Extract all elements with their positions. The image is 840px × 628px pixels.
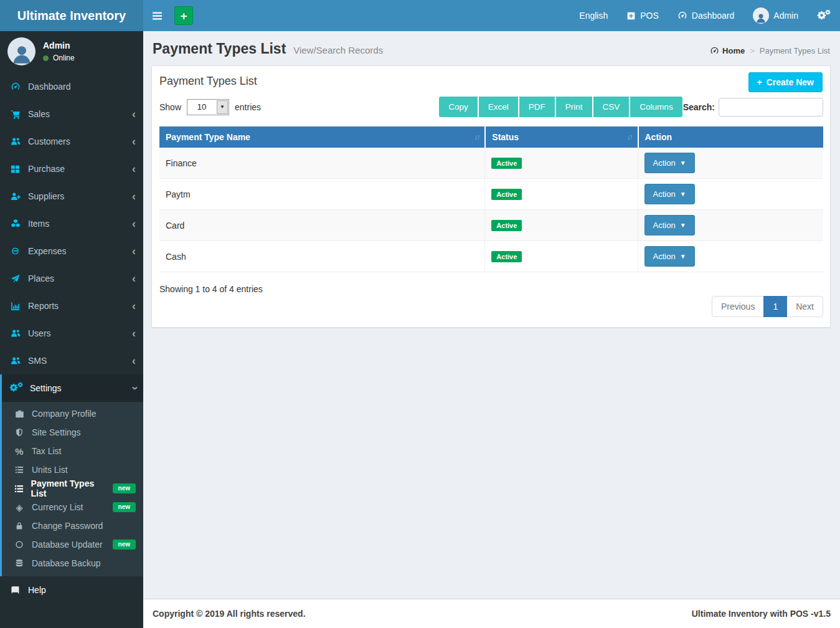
csv-button[interactable]: CSV	[593, 97, 630, 117]
dropdown-arrow-icon: ▼	[217, 100, 228, 114]
chevron-left-icon: ‹	[132, 273, 136, 284]
new-badge: new	[113, 502, 136, 512]
chevron-left-icon: ‹	[132, 355, 136, 366]
pagination: Previous 1 Next	[712, 296, 823, 317]
sidebar-item-sales[interactable]: Sales‹	[0, 100, 143, 128]
action-dropdown-button[interactable]: Action▼	[644, 153, 695, 173]
sidebar-item-suppliers[interactable]: Suppliers‹	[0, 183, 143, 210]
new-badge: new	[113, 483, 136, 493]
entries-select[interactable]: 10 ▼	[187, 99, 229, 115]
next-page-button[interactable]: Next	[786, 296, 823, 317]
users-icon	[9, 356, 21, 366]
sidebar-item-purchase[interactable]: Purchase‹	[0, 155, 143, 183]
caret-down-icon: ▼	[680, 253, 686, 260]
sidebar-item-reports[interactable]: Reports‹	[0, 292, 143, 320]
caret-down-icon: ▼	[680, 222, 686, 229]
submenu-item-company-profile[interactable]: Company Profile	[2, 404, 143, 423]
payment-type-name-cell: Paytm	[159, 179, 484, 210]
submenu-item-units-list[interactable]: Units List	[2, 460, 143, 479]
create-new-button[interactable]: + Create New	[748, 72, 823, 92]
chevron-left-icon: ‹	[132, 300, 136, 312]
pdf-button[interactable]: PDF	[519, 97, 555, 117]
submenu-item-payment-types-list[interactable]: Payment Types List new	[2, 479, 143, 498]
language-menu[interactable]: English	[570, 0, 617, 31]
cogs-icon	[9, 383, 23, 394]
column-header-status[interactable]: Status ↓↑	[484, 126, 637, 148]
page-footer: Copyright © 2019 All rights reserved. Ul…	[143, 599, 840, 628]
home-dashboard-icon	[710, 46, 719, 55]
columns-button[interactable]: Columns	[630, 97, 682, 117]
suitcase-icon	[14, 409, 25, 419]
action-dropdown-button[interactable]: Action▼	[644, 215, 695, 236]
sidebar-item-sms[interactable]: SMS‹	[0, 347, 143, 374]
status-badge: Active	[491, 220, 522, 231]
table-footer: Showing 1 to 4 of 4 entries Previous 1 N…	[152, 272, 830, 327]
settings-menu[interactable]	[808, 0, 840, 31]
sidebar-item-customers[interactable]: Customers‹	[0, 128, 143, 155]
payment-type-name-cell: Cash	[159, 241, 484, 272]
submenu-item-tax-list[interactable]: % Tax List	[2, 442, 143, 460]
excel-button[interactable]: Excel	[479, 97, 518, 117]
caret-down-icon: ▼	[680, 191, 686, 197]
copy-button[interactable]: Copy	[439, 97, 478, 117]
sidebar-item-items[interactable]: Items‹	[0, 210, 143, 237]
submenu-item-database-updater[interactable]: Database Updater new	[2, 535, 143, 554]
grid-icon	[9, 164, 21, 174]
breadcrumb: Home > Payment Types List	[710, 46, 830, 55]
sidebar-toggle-button[interactable]	[143, 0, 171, 31]
sidebar: Admin Online Dashboard Sales‹ Customers‹…	[0, 31, 143, 628]
previous-page-button[interactable]: Previous	[712, 296, 764, 317]
table-row: Cash Active Action▼	[159, 241, 823, 272]
payment-types-table: Payment Type Name ↓↑ Status ↓↑ Action	[159, 126, 823, 272]
new-badge: new	[113, 540, 136, 550]
quick-add-button[interactable]: +	[174, 6, 193, 25]
settings-submenu: Company Profile Site Settings % Tax List…	[2, 402, 143, 576]
export-buttons: Copy Excel PDF Print CSV Columns	[439, 97, 682, 117]
submenu-item-database-backup[interactable]: Database Backup	[2, 554, 143, 573]
app-logo[interactable]: Ultimate Inventory	[0, 0, 143, 31]
page-length-control: Show 10 ▼ entries	[159, 99, 261, 115]
breadcrumb-home[interactable]: Home	[710, 46, 745, 55]
action-dropdown-button[interactable]: Action▼	[644, 184, 695, 204]
sidebar-item-dashboard[interactable]: Dashboard	[0, 73, 143, 100]
chevron-left-icon: ‹	[132, 245, 136, 257]
print-button[interactable]: Print	[556, 97, 592, 117]
user-name: Admin	[43, 40, 75, 50]
sidebar-item-places[interactable]: Places‹	[0, 265, 143, 292]
cogs-icon	[817, 10, 831, 21]
sidebar-item-help[interactable]: Help	[0, 576, 143, 604]
shield-icon	[14, 428, 25, 437]
status-badge: Active	[491, 158, 522, 169]
pos-link[interactable]: POS	[617, 0, 668, 31]
table-row: Paytm Active Action▼	[159, 179, 823, 210]
sidebar-item-settings[interactable]: Settings ‹	[2, 374, 143, 402]
submenu-item-currency-list[interactable]: ◈ Currency List new	[2, 498, 143, 516]
search-input[interactable]	[719, 98, 823, 117]
sidebar-item-expenses[interactable]: ⊖ Expenses‹	[0, 237, 143, 265]
panel-header: Payment Types List + Create New	[152, 66, 830, 93]
submenu-item-change-password[interactable]: Change Password	[2, 516, 143, 535]
payment-types-panel: Payment Types List + Create New Show 10 …	[151, 65, 831, 328]
show-label: Show	[159, 102, 181, 112]
content-header: Payment Types List View/Search Records H…	[143, 31, 840, 65]
user-menu[interactable]: Admin	[743, 0, 808, 31]
submenu-item-site-settings[interactable]: Site Settings	[2, 423, 143, 442]
tachometer-icon	[9, 82, 21, 92]
entries-info: Showing 1 to 4 of 4 entries	[159, 284, 263, 294]
hamburger-icon	[152, 11, 163, 21]
column-header-payment-type-name[interactable]: Payment Type Name ↓↑	[159, 126, 484, 148]
diamond-icon: ◈	[14, 503, 25, 512]
users-icon	[9, 328, 21, 338]
action-dropdown-button[interactable]: Action▼	[644, 246, 695, 267]
chevron-left-icon: ‹	[132, 163, 136, 174]
plus-square-icon	[626, 11, 636, 21]
page-1-button[interactable]: 1	[763, 296, 787, 317]
sort-icon: ↓↑	[474, 133, 479, 141]
sidebar-item-users[interactable]: Users‹	[0, 320, 143, 347]
online-status-icon	[43, 55, 49, 61]
dashboard-link[interactable]: Dashboard	[668, 0, 744, 31]
minus-circle-icon: ⊖	[9, 246, 21, 256]
copyright-text: Copyright © 2019 All rights reserved.	[153, 609, 306, 619]
circle-icon	[14, 540, 25, 549]
paper-plane-icon	[9, 274, 21, 283]
